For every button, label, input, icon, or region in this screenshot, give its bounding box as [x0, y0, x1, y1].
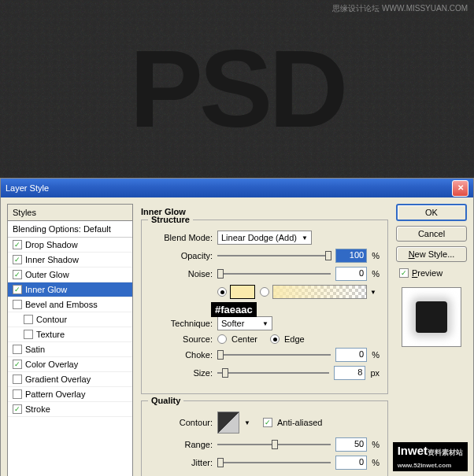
- range-input[interactable]: 50: [335, 437, 367, 452]
- jitter-slider[interactable]: [217, 456, 331, 470]
- close-icon[interactable]: ✕: [452, 180, 468, 197]
- style-item-drop-shadow[interactable]: ✓Drop Shadow: [8, 238, 132, 253]
- gradient-radio[interactable]: [260, 287, 269, 297]
- style-item-satin[interactable]: Satin: [8, 342, 132, 357]
- opacity-slider[interactable]: [217, 249, 331, 263]
- styles-header[interactable]: Styles: [8, 205, 132, 221]
- blending-options[interactable]: Blending Options: Default: [8, 221, 132, 238]
- style-item-contour[interactable]: Contour: [8, 312, 132, 327]
- settings-panel: Inner Glow Structure Blend Mode: Linear …: [138, 204, 391, 476]
- style-checkbox[interactable]: [13, 300, 22, 309]
- noise-slider[interactable]: [217, 267, 331, 281]
- gradient-swatch[interactable]: [272, 285, 367, 299]
- size-slider[interactable]: [217, 366, 329, 380]
- style-checkbox[interactable]: ✓: [13, 270, 22, 279]
- contour-picker[interactable]: [217, 411, 239, 434]
- blend-mode-label: Blend Mode:: [150, 233, 213, 242]
- style-item-pattern-overlay[interactable]: Pattern Overlay: [8, 387, 132, 402]
- layer-style-dialog: Layer Style ✕ Styles Blending Options: D…: [0, 178, 474, 476]
- chevron-down-icon[interactable]: ▼: [370, 289, 376, 296]
- new-style-button[interactable]: New Style...: [396, 246, 467, 262]
- style-item-bevel-and-emboss[interactable]: Bevel and Emboss: [8, 297, 132, 312]
- right-panel: OK Cancel New Style... ✓ Preview: [396, 204, 467, 476]
- preview-label: Preview: [412, 268, 443, 278]
- style-item-gradient-overlay[interactable]: Gradient Overlay: [8, 372, 132, 387]
- structure-legend: Structure: [148, 215, 193, 224]
- contour-label: Contour:: [150, 418, 213, 427]
- chevron-down-icon: ▼: [262, 320, 268, 327]
- style-item-texture[interactable]: Texture: [8, 327, 132, 342]
- style-checkbox[interactable]: ✓: [13, 240, 22, 249]
- choke-slider[interactable]: [217, 348, 331, 362]
- preview-thumbnail: [402, 287, 461, 347]
- watermark-bottom: Inwet资料素材站 www.52inwet.com: [393, 442, 468, 471]
- size-input[interactable]: 8: [334, 366, 365, 380]
- blend-mode-dropdown[interactable]: Linear Dodge (Add) ▼: [217, 231, 312, 245]
- canvas-preview: PSD 思缘设计论坛 WWW.MISSYUAN.COM: [0, 0, 474, 178]
- style-checkbox[interactable]: ✓: [13, 255, 22, 264]
- style-checkbox[interactable]: ✓: [13, 285, 22, 294]
- range-label: Range:: [150, 440, 213, 449]
- style-checkbox[interactable]: ✓: [13, 360, 22, 369]
- titlebar[interactable]: Layer Style ✕: [1, 179, 473, 197]
- preview-checkbox[interactable]: ✓: [399, 268, 409, 278]
- technique-dropdown[interactable]: Softer ▼: [217, 316, 272, 330]
- noise-label: Noise:: [150, 269, 213, 279]
- style-checkbox[interactable]: [24, 315, 33, 324]
- color-annotation: #faeaac: [211, 302, 257, 317]
- watermark-top: 思缘设计论坛 WWW.MISSYUAN.COM: [332, 3, 468, 14]
- source-edge-radio[interactable]: [270, 334, 280, 344]
- color-radio[interactable]: [217, 287, 227, 297]
- chevron-down-icon: ▼: [302, 234, 308, 242]
- style-checkbox[interactable]: [13, 345, 22, 354]
- structure-fieldset: Structure Blend Mode: Linear Dodge (Add)…: [141, 220, 388, 394]
- ok-button[interactable]: OK: [396, 204, 467, 221]
- color-swatch[interactable]: [230, 285, 255, 299]
- source-label: Source:: [150, 334, 213, 344]
- style-checkbox[interactable]: [13, 375, 22, 384]
- quality-legend: Quality: [148, 396, 183, 405]
- style-checkbox[interactable]: [24, 330, 33, 339]
- chevron-down-icon[interactable]: ▼: [244, 419, 250, 426]
- jitter-label: Jitter:: [150, 458, 213, 467]
- range-slider[interactable]: [217, 437, 331, 452]
- choke-label: Choke:: [150, 350, 213, 360]
- source-center-radio[interactable]: [217, 334, 227, 344]
- opacity-input[interactable]: 100: [335, 249, 367, 263]
- style-item-outer-glow[interactable]: ✓Outer Glow: [8, 268, 132, 282]
- size-label: Size:: [150, 368, 213, 378]
- style-checkbox[interactable]: ✓: [13, 404, 22, 414]
- style-checkbox[interactable]: [13, 389, 22, 399]
- style-item-inner-glow[interactable]: ✓Inner Glow: [8, 282, 132, 297]
- noise-input[interactable]: 0: [335, 267, 367, 281]
- style-item-inner-shadow[interactable]: ✓Inner Shadow: [8, 253, 132, 268]
- quality-fieldset: Quality Contour: ▼ ✓ Anti-aliased Range:…: [141, 400, 388, 476]
- antialiased-checkbox[interactable]: ✓: [263, 418, 272, 427]
- cancel-button[interactable]: Cancel: [396, 226, 467, 242]
- style-item-color-overlay[interactable]: ✓Color Overlay: [8, 357, 132, 372]
- jitter-input[interactable]: 0: [335, 456, 367, 470]
- styles-list: Styles Blending Options: Default ✓Drop S…: [7, 204, 133, 476]
- style-item-stroke[interactable]: ✓Stroke: [8, 402, 132, 417]
- technique-label: Technique:: [150, 319, 213, 328]
- opacity-label: Opacity:: [150, 251, 213, 260]
- dialog-title: Layer Style: [6, 183, 49, 193]
- choke-input[interactable]: 0: [335, 348, 367, 362]
- psd-text: PSD: [130, 25, 345, 153]
